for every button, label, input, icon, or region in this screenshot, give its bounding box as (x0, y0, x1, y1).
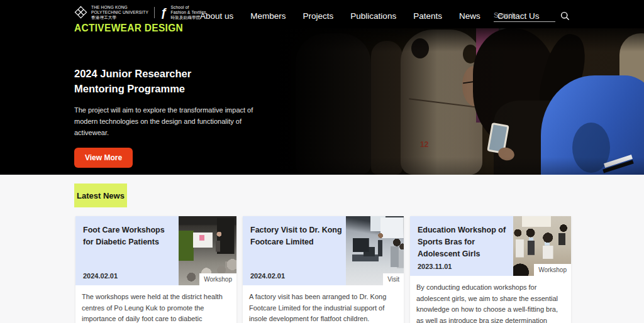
news-card-thumbnail: Visit (346, 216, 404, 285)
news-card-title: Education Workshop of Sports Bras for Ad… (410, 216, 513, 260)
nav-item-news[interactable]: News (459, 11, 480, 21)
news-card-tag: Workshop (199, 273, 236, 285)
university-name-line1: THE HONG KONG (91, 5, 148, 10)
shade-overlay (277, 28, 644, 175)
news-card-body: The workshops were held at the district … (75, 285, 236, 323)
news-card-date: 2023.11.01 (418, 263, 452, 270)
main-nav: About us Members Projects Publications P… (200, 11, 539, 21)
news-card-panel: Education Workshop of Sports Bras for Ad… (410, 216, 571, 276)
hero-title: 2024 Junior Researcher Mentoring Program… (74, 67, 238, 97)
news-card-tag: Workshop (534, 264, 571, 276)
hero-description: The project will aim to explore the tran… (74, 104, 266, 138)
latest-news-section: Latest News Foot Care Workshops for Diab… (0, 175, 644, 323)
news-card-title: Factory Visit to Dr. Kong Footcare Limit… (243, 216, 346, 248)
search-box (494, 10, 570, 22)
latest-news-badge: Latest News (74, 183, 127, 207)
news-card[interactable]: Education Workshop of Sports Bras for Ad… (410, 216, 571, 323)
news-card-title: Foot Care Workshops for Diabetic Patient… (75, 216, 179, 248)
news-card-thumbnail: Workshop (179, 216, 236, 285)
nav-item-projects[interactable]: Projects (303, 11, 334, 21)
university-name-line2: POLYTECHNIC UNIVERSITY (91, 10, 148, 15)
hero-section: 12 THE HONG KONG POLYTECHNIC UNIVERSITY (0, 0, 644, 175)
school-logo-icon: ƒ (160, 6, 167, 18)
hero-content: 2024 Junior Researcher Mentoring Program… (74, 67, 288, 168)
nav-item-members[interactable]: Members (250, 11, 286, 21)
news-card-body: A factory visit has been arranged to Dr.… (243, 285, 404, 323)
search-icon[interactable] (560, 11, 570, 21)
hero-photo: 12 (277, 28, 644, 175)
polyu-logo-icon (74, 6, 87, 19)
site-title[interactable]: ACTIVEWEAR DESIGN (74, 21, 206, 34)
news-card-panel: Factory Visit to Dr. Kong Footcare Limit… (243, 216, 404, 285)
news-card-date: 2024.02.01 (250, 272, 285, 280)
nav-item-publications[interactable]: Publications (350, 11, 396, 21)
news-card[interactable]: Factory Visit to Dr. Kong Footcare Limit… (243, 216, 404, 323)
university-name-line3: 香港理工大學 (91, 15, 148, 20)
news-card[interactable]: Foot Care Workshops for Diabetic Patient… (75, 216, 236, 323)
logo-divider (154, 7, 155, 18)
news-card-tag: Visit (383, 273, 404, 285)
school-name-line1: School of (171, 5, 206, 10)
news-card-thumbnail: Workshop (513, 216, 571, 276)
brand-block[interactable]: THE HONG KONG POLYTECHNIC UNIVERSITY 香港理… (74, 5, 206, 33)
nav-item-patents[interactable]: Patents (413, 11, 442, 21)
news-card-panel: Foot Care Workshops for Diabetic Patient… (75, 216, 236, 285)
news-card-date: 2024.02.01 (83, 272, 118, 280)
news-card-body: By conducting education workshops for ad… (410, 276, 571, 323)
search-input[interactable] (494, 10, 555, 22)
university-name: THE HONG KONG POLYTECHNIC UNIVERSITY 香港理… (91, 5, 148, 19)
view-more-button[interactable]: View More (74, 148, 133, 168)
nav-item-about-us[interactable]: About us (200, 11, 233, 21)
news-cards: Foot Care Workshops for Diabetic Patient… (75, 216, 571, 323)
